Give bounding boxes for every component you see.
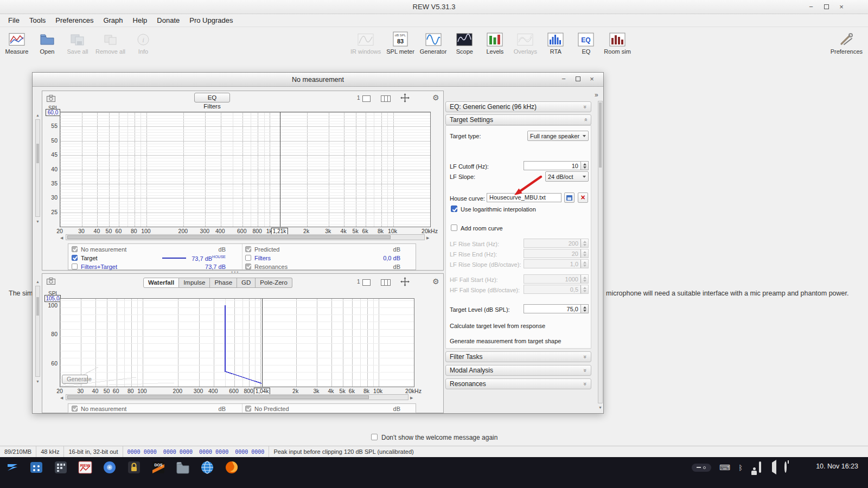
- axis-scroll-down-icon-2[interactable]: ▼: [36, 379, 40, 384]
- graph-settings-gear-icon[interactable]: ⚙: [432, 93, 439, 102]
- graph-hscrollbar[interactable]: [66, 394, 409, 400]
- taskbar-app-disks[interactable]: [101, 459, 118, 476]
- axis-scrollbar-bottom[interactable]: [35, 286, 40, 377]
- app-minimize-button[interactable]: −: [806, 2, 816, 12]
- split-pane-layout-icon[interactable]: [381, 278, 391, 288]
- hscroll-left-icon[interactable]: ◀: [60, 235, 63, 240]
- toolbar-room-sim-button[interactable]: Room sim: [604, 29, 631, 55]
- toolbar-eq-button[interactable]: EQEQ: [573, 29, 598, 55]
- scroll-thumb[interactable]: [36, 144, 39, 163]
- legend-checkbox-no-measurement[interactable]: [72, 406, 78, 412]
- taskbar-app-dosbox[interactable]: DOS: [150, 459, 167, 476]
- legend-checkbox-resonances[interactable]: [245, 264, 251, 269]
- taskbar-app-browser[interactable]: [199, 459, 215, 476]
- legend-checkbox-filters-target[interactable]: [72, 264, 78, 269]
- tray-bluetooth-icon[interactable]: ᛒ: [738, 463, 743, 472]
- split-pane-layout-icon[interactable]: [381, 94, 391, 104]
- section-filter-tasks-header[interactable]: Filter Tasks»: [445, 351, 591, 362]
- taskbar-app-zorin-menu[interactable]: [3, 459, 20, 476]
- taskbar-app-settings-grid[interactable]: [52, 459, 69, 476]
- hscroll-right-icon[interactable]: ▶: [426, 235, 429, 240]
- eq-filters-button[interactable]: EQ Filters: [194, 93, 230, 102]
- menu-preferences[interactable]: Preferences: [50, 14, 98, 27]
- tray-status-pill-icon[interactable]: [692, 464, 711, 472]
- target-type-dropdown[interactable]: Full range speaker: [527, 131, 589, 141]
- vscroll-down-icon[interactable]: ▼: [598, 405, 602, 410]
- menu-donate[interactable]: Donate: [152, 14, 184, 27]
- taskbar-app-keyring[interactable]: [125, 459, 142, 476]
- tab-pole-zero[interactable]: Pole-Zero: [256, 278, 292, 288]
- capture-camera-icon[interactable]: [47, 94, 55, 104]
- pan-move-icon[interactable]: [400, 93, 410, 105]
- tray-volume-icon[interactable]: [769, 463, 776, 472]
- dont-show-welcome-checkbox[interactable]: [371, 434, 378, 440]
- taskbar-app-rew[interactable]: REW: [76, 459, 93, 476]
- tab-impulse[interactable]: Impulse: [179, 278, 210, 288]
- tab-phase[interactable]: Phase: [210, 278, 237, 288]
- toolbar-spl-meter-button[interactable]: dB SPL83SPL meter: [386, 29, 414, 55]
- hscroll-right-icon[interactable]: ▶: [410, 395, 413, 400]
- y-axis-max-value[interactable]: 105,0: [44, 295, 61, 302]
- menu-tools[interactable]: Tools: [24, 14, 50, 27]
- toolbar-rta-button[interactable]: RTA: [543, 29, 568, 55]
- tab-gd[interactable]: GD: [237, 278, 256, 288]
- graph-settings-gear-icon[interactable]: ⚙: [432, 277, 439, 286]
- tray-power-icon[interactable]: [784, 463, 787, 472]
- menu-help[interactable]: Help: [128, 14, 152, 27]
- spinner-buttons[interactable]: [580, 305, 588, 313]
- capture-camera-icon[interactable]: [47, 277, 55, 287]
- toolbar-generator-button[interactable]: Generator: [420, 29, 447, 55]
- single-pane-layout-icon[interactable]: [362, 94, 371, 104]
- target-level-field[interactable]: 75,0: [524, 304, 589, 313]
- window-maximize-button[interactable]: [573, 74, 583, 84]
- hscroll-left-icon[interactable]: ◀: [60, 395, 63, 400]
- scroll-thumb[interactable]: [599, 102, 602, 168]
- taskbar-clock[interactable]: 10. Nov 16:23: [816, 463, 858, 470]
- tray-keyboard-icon[interactable]: ⌨: [719, 463, 730, 472]
- window-minimize-button[interactable]: −: [559, 74, 569, 84]
- legend-checkbox-no-measurement[interactable]: [72, 246, 78, 252]
- eq-plot-area[interactable]: [60, 112, 431, 227]
- section-target-settings-header[interactable]: Target Settings »: [445, 114, 591, 125]
- app-restore-button[interactable]: [821, 2, 831, 12]
- scroll-thumb[interactable]: [67, 235, 391, 239]
- spinner-buttons[interactable]: [580, 162, 588, 170]
- single-pane-layout-icon[interactable]: [362, 278, 371, 288]
- graph-hscrollbar[interactable]: [66, 234, 425, 240]
- toolbar-open-button[interactable]: Open: [35, 29, 60, 55]
- window-close-button[interactable]: ×: [587, 74, 597, 84]
- legend-checkbox-filters[interactable]: [245, 255, 251, 261]
- scroll-thumb[interactable]: [36, 297, 39, 316]
- tab-waterfall[interactable]: Waterfall: [143, 278, 179, 288]
- waterfall-plot-area[interactable]: [60, 298, 414, 387]
- menu-pro-upgrades[interactable]: Pro Upgrades: [184, 14, 238, 27]
- legend-checkbox-no-predicted[interactable]: [245, 406, 251, 412]
- app-close-button[interactable]: ×: [837, 2, 846, 12]
- legend-checkbox-target[interactable]: [72, 255, 78, 261]
- axis-scroll-down-icon[interactable]: ▼: [36, 219, 40, 224]
- axis-scroll-up-icon[interactable]: ▲: [36, 113, 40, 118]
- add-room-curve-checkbox[interactable]: [451, 224, 457, 231]
- panel-expander[interactable]: »: [595, 91, 598, 99]
- toolbar-measure-button[interactable]: Measure: [4, 29, 29, 55]
- generate-button[interactable]: Generate: [62, 375, 88, 384]
- lf-cutoff-field[interactable]: 10: [524, 161, 589, 170]
- tray-display-icon[interactable]: [759, 463, 761, 472]
- scroll-thumb[interactable]: [67, 395, 369, 399]
- section-resonances-header[interactable]: Resonances»: [445, 378, 591, 389]
- window-titlebar[interactable]: No measurement − ×: [33, 73, 603, 87]
- y-axis-max-value[interactable]: 60,0: [46, 109, 60, 116]
- house-curve-browse-button[interactable]: [564, 192, 575, 203]
- menu-file[interactable]: File: [3, 14, 24, 27]
- taskbar-app-files[interactable]: [174, 459, 191, 476]
- toolbar-preferences-button[interactable]: Preferences: [831, 29, 863, 55]
- house-curve-clear-button[interactable]: ×: [578, 192, 588, 203]
- pan-move-icon[interactable]: [400, 277, 410, 288]
- toolbar-levels-button[interactable]: Levels: [482, 29, 507, 55]
- window-vscrollbar[interactable]: [598, 101, 603, 403]
- toolbar-scope-button[interactable]: Scope: [452, 29, 477, 55]
- taskbar-app-software-store[interactable]: [28, 459, 44, 476]
- use-log-checkbox[interactable]: [451, 206, 457, 212]
- section-eq-header[interactable]: EQ: Generic Generic (96 kHz) »: [445, 101, 591, 112]
- axis-scrollbar-top[interactable]: [35, 119, 40, 217]
